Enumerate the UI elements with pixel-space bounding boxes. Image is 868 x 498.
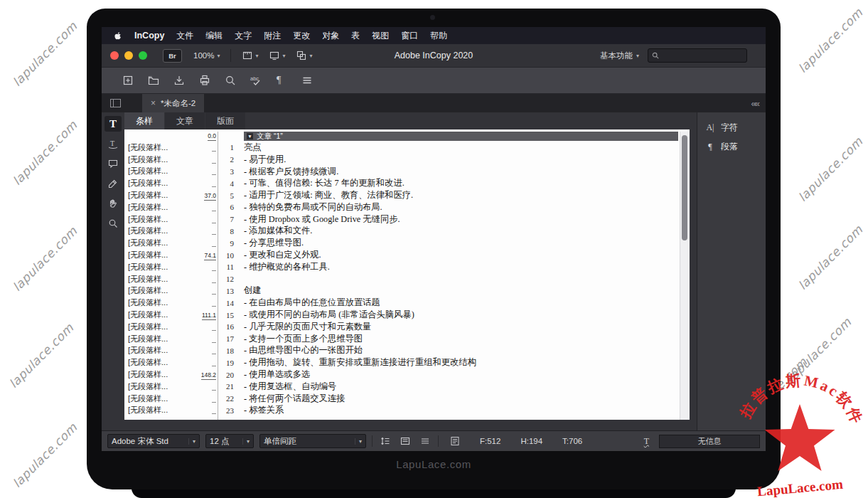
type-on-path-tool[interactable]: T [105,136,122,152]
panel-toggle-icon[interactable] [110,99,121,107]
zoom-level-dropdown[interactable]: 100%▾ [193,51,220,60]
new-document-button[interactable] [122,74,134,87]
document-tab[interactable]: × *未命名-2 [142,94,204,112]
menu-item[interactable]: 窗口 [401,30,418,42]
galley-text-line[interactable]: - 在自由布局中的任意位置放置话题 [244,297,680,309]
minimize-window-button[interactable] [124,51,133,60]
paragraph-style-cell[interactable]: [无段落样... [124,393,193,405]
paragraph-style-cell[interactable]: [无段落样... [124,166,193,178]
galley-text-line[interactable]: - 支持一个页面上多个思维导图 [244,333,680,345]
galley-text-line[interactable]: - 几乎无限的页面尺寸和元素数量 [244,321,680,333]
galley-text-line[interactable]: - 独特的免费布局或不同的自动布局. [244,201,680,213]
galley-text-line[interactable]: - 或使用不同的自动布局 (非常适合头脑风暴) [244,309,680,321]
font-size-dropdown[interactable]: 12 点▾ [205,434,254,448]
paragraph-style-cell[interactable]: [无段落样... [124,226,193,238]
galley-text-line[interactable]: - 使用 Dropbox 或 Google Drive 无缝同步. [244,213,680,226]
galley-text-line[interactable]: - 使用拖动、旋转、重新安排或重新连接进行重组和更改结构 [244,356,680,369]
collapse-story-icon[interactable]: ▼ [247,133,253,139]
galley-editor[interactable]: [无段落样...[无段落样...[无段落样...[无段落样...[无段落样...… [124,129,690,420]
copyfit-panel-icon[interactable] [398,435,412,447]
paragraph-style-cell[interactable]: [无段落样... [124,405,193,417]
line-spacing-icon[interactable] [378,435,392,447]
tab-galley[interactable]: 条样 [124,112,164,129]
menu-item[interactable]: 帮助 [430,30,447,42]
paragraph-style-cell[interactable]: [无段落样... [124,309,193,321]
galley-text-line[interactable]: - 使用单选或多选 [244,369,680,381]
galley-text-line[interactable]: - 使用复选框、自动编号 [244,381,680,393]
character-panel-button[interactable]: A| 字符 [697,118,766,137]
menu-item[interactable]: 文字 [235,30,252,42]
galley-text-line[interactable] [244,273,680,285]
tab-story[interactable]: 文章 [165,112,205,129]
leading-dropdown[interactable]: 单倍间距▾ [259,434,366,448]
galley-text-column[interactable]: ▼ 文章 “1” 亮点- 易于使用.- 根据客户反馈持续微调.- 可靠、值得信赖… [237,132,680,420]
galley-text-line[interactable]: - 更改和自定义外观. [244,249,680,261]
arrange-documents-dropdown[interactable]: ▾ [296,50,312,61]
menu-item[interactable]: 对象 [322,30,339,42]
menu-item[interactable]: 文件 [176,30,193,42]
galley-text-line[interactable]: - 可靠、值得信赖: 长达 7 年的更新和改进. [244,177,680,189]
galley-text-line[interactable]: - 分享思维导图. [244,237,680,249]
story-header[interactable]: ▼ 文章 “1” [244,132,678,141]
galley-text-line[interactable]: - 由思维导图中心的一张图开始 [244,345,680,357]
galley-text-line[interactable]: - 维护概览的各种工具. [244,261,680,273]
zoom-window-button[interactable] [139,51,147,60]
paragraph-style-cell[interactable]: [无段落样... [124,321,193,333]
galley-text-line[interactable]: - 添加媒体和文件. [244,226,680,238]
view-options-dropdown[interactable]: ▾ [242,50,258,61]
search-input[interactable] [648,48,747,63]
paragraph-style-cell[interactable]: [无段落样... [124,201,193,213]
galley-text-line[interactable]: 亮点 [244,142,680,154]
galley-text-line[interactable]: - 易于使用. [244,154,680,166]
hand-tool[interactable] [105,196,122,211]
close-window-button[interactable] [110,51,119,60]
menu-item[interactable]: 视图 [372,30,389,42]
paragraph-style-cell[interactable]: [无段落样... [124,249,193,261]
paragraph-style-cell[interactable]: [无段落样... [124,285,193,297]
note-tool[interactable] [105,156,122,171]
paragraph-style-cell[interactable]: [无段落样... [124,237,193,249]
toolbar-menu-button[interactable] [301,74,314,87]
screen-mode-dropdown[interactable]: ▾ [269,50,285,61]
zoom-tool-button[interactable] [224,74,237,87]
show-hidden-characters-button[interactable]: ¶ [277,75,281,86]
galley-text-line[interactable]: - 根据客户反馈持续微调. [244,166,680,178]
paragraph-style-cell[interactable]: [无段落样... [124,154,193,166]
tab-layout[interactable]: 版面 [205,112,245,129]
galley-text-line[interactable]: - 标签关系 [244,405,680,417]
galley-text-line[interactable]: 创建 [244,285,680,297]
collapse-panels-icon[interactable]: «« [751,98,759,109]
zoom-tool[interactable] [105,216,122,231]
galley-text-line[interactable]: - 将任何两个话题交叉连接 [244,393,680,405]
paragraph-style-cell[interactable]: [无段落样... [124,345,193,357]
font-family-dropdown[interactable]: Adobe 宋体 Std▾ [107,434,200,448]
menu-item[interactable]: 编辑 [205,30,223,42]
save-content-button[interactable] [173,74,186,87]
scrollbar-thumb[interactable] [682,135,687,240]
galley-text-line[interactable]: - 适用于广泛领域: 商业、教育、法律和医疗. [244,189,680,201]
eyedropper-tool[interactable] [105,176,122,191]
bridge-button[interactable]: Br [163,49,182,63]
vertical-scrollbar[interactable] [680,132,690,420]
paragraph-style-cell[interactable]: [无段落样... [124,261,193,273]
open-document-button[interactable] [147,74,160,87]
paragraph-style-cell[interactable]: [无段落样... [124,333,193,345]
spell-check-button[interactable]: abc [250,74,264,87]
print-button[interactable] [198,74,211,87]
paragraph-style-cell[interactable]: [无段落样... [124,189,193,201]
paragraph-style-cell[interactable]: [无段落样... [124,369,193,381]
menu-item[interactable]: 附注 [264,30,281,42]
paragraph-style-cell[interactable]: [无段落样... [124,142,193,154]
workspace-switcher[interactable]: 基本功能▾ [600,51,639,61]
paragraph-style-cell[interactable]: [无段落样... [124,297,193,309]
paragraph-style-cell[interactable]: [无段落样... [124,381,193,393]
type-tool[interactable]: T [105,116,122,132]
paragraph-style-cell[interactable]: [无段落样... [124,177,193,189]
paragraph-panel-button[interactable]: ¶ 段落 [697,137,766,157]
paragraph-style-cell[interactable]: [无段落样... [124,356,193,369]
close-tab-icon[interactable]: × [151,98,156,108]
menu-item[interactable]: 更改 [293,30,310,42]
statusbar-menu-icon[interactable] [418,435,432,447]
paragraph-style-cell[interactable]: [无段落样... [124,213,193,226]
paragraph-style-cell[interactable]: [无段落样... [124,273,193,285]
